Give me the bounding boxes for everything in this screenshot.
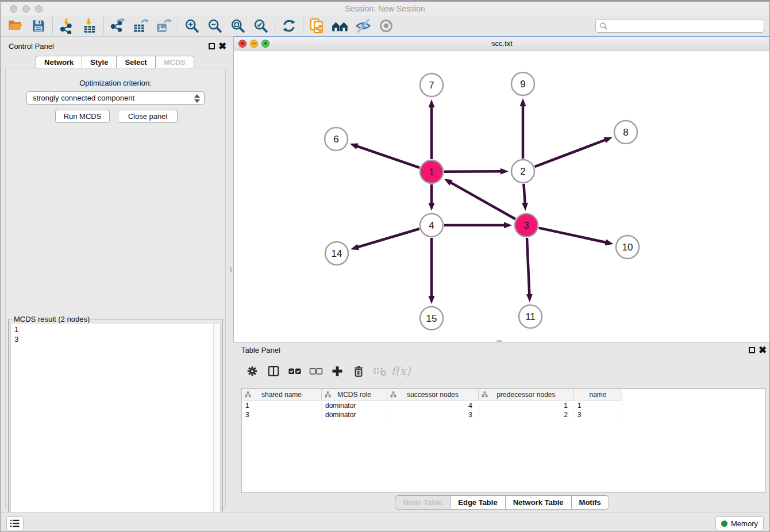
result-scrollbar[interactable]	[213, 323, 220, 532]
graph-node-label: 4	[429, 220, 434, 231]
graph-edge-1-2[interactable]	[444, 171, 501, 172]
column-edit-icon	[245, 391, 251, 398]
close-panel-button[interactable]: Close panel	[118, 110, 178, 123]
tab-mcds[interactable]: MCDS	[156, 56, 194, 69]
graph-edge-2-8[interactable]	[535, 140, 606, 167]
toolbar-separator	[275, 17, 275, 34]
edge-arrowhead-icon	[526, 294, 533, 302]
export-image-icon[interactable]	[152, 16, 175, 36]
import-network-icon[interactable]	[55, 16, 78, 36]
optimization-criterion-label: Optimization criterion:	[6, 79, 225, 87]
edge-arrowhead-icon	[604, 137, 613, 143]
memory-button[interactable]: Memory	[715, 516, 764, 530]
graph-node-label: 2	[520, 166, 525, 177]
column-header-successor-nodes[interactable]: successor nodes	[387, 389, 479, 400]
refresh-layout-icon[interactable]	[278, 16, 301, 36]
save-session-icon[interactable]	[27, 16, 50, 36]
graph-node-label: 8	[623, 127, 628, 138]
network-canvas[interactable]: 7968124314101511	[234, 51, 770, 342]
vertical-splitter-handle[interactable]	[230, 267, 232, 272]
table-row[interactable]: 1 dominator 4 1 1	[242, 401, 622, 410]
delete-table-icon[interactable]	[369, 361, 390, 381]
criterion-value: strongly connected component	[33, 94, 134, 102]
mcds-result-area[interactable]: 1 3	[10, 323, 221, 532]
export-table-icon[interactable]	[129, 16, 152, 36]
application-window: Session: New Session	[0, 0, 770, 532]
tab-select[interactable]: Select	[117, 56, 155, 69]
run-mcds-button[interactable]: Run MCDS	[55, 110, 110, 123]
edge-arrowhead-icon	[500, 168, 509, 175]
zoom-out-icon[interactable]	[203, 16, 226, 36]
edge-arrowhead-icon	[504, 222, 512, 229]
function-builder-icon[interactable]: f(x)	[390, 361, 411, 381]
graph-edge-4-14[interactable]	[357, 229, 419, 247]
graph-edge-3-1[interactable]	[451, 183, 515, 219]
tab-network-table[interactable]: Network Table	[506, 495, 572, 510]
graph-node-label: 6	[333, 134, 338, 145]
toggle-panel-icon[interactable]	[263, 361, 284, 381]
float-panel-icon[interactable]	[209, 43, 215, 49]
graph-node-label: 14	[332, 248, 342, 259]
mcds-result-text: 1 3	[14, 325, 18, 344]
graph-node-label: 15	[426, 313, 437, 324]
tab-motifs[interactable]: Motifs	[572, 495, 609, 510]
table-close-icon[interactable]: ✖	[759, 347, 767, 353]
network-frame-title: scc.txt	[234, 39, 770, 48]
add-row-icon[interactable]	[326, 361, 348, 381]
zoom-fit-icon[interactable]	[226, 16, 249, 36]
node-table[interactable]: shared name MCDS role successor nodes pr…	[241, 388, 766, 493]
clone-network-icon[interactable]	[306, 16, 329, 36]
table-row[interactable]: 3 dominator 3 2 3	[242, 410, 622, 419]
graph-node-label: 7	[429, 80, 434, 91]
tab-style[interactable]: Style	[82, 56, 117, 69]
graph-node-label: 1	[429, 167, 434, 178]
delete-row-icon[interactable]	[348, 361, 369, 381]
select-all-checks-icon[interactable]	[284, 361, 305, 381]
horizontal-splitter-handle[interactable]	[496, 340, 502, 342]
zoom-selected-icon[interactable]	[249, 16, 272, 36]
deselect-all-checks-icon[interactable]	[305, 361, 326, 381]
graph-edge-3-11[interactable]	[527, 238, 529, 295]
tab-network[interactable]: Network	[36, 56, 82, 69]
table-float-icon[interactable]	[749, 347, 755, 353]
graph-node-label: 11	[525, 311, 536, 322]
search-input[interactable]	[595, 19, 764, 33]
table-toolbar: f(x)	[241, 360, 411, 383]
settings-gear-icon[interactable]	[241, 361, 263, 381]
edge-arrowhead-icon	[350, 143, 359, 149]
mcds-result-groupbox: MCDS result (2 nodes) 1 3	[8, 319, 223, 532]
mcds-panel-body: Optimization criterion: strongly connect…	[5, 68, 226, 508]
close-panel-icon[interactable]: ✖	[218, 43, 226, 49]
column-edit-icon	[325, 391, 331, 398]
column-header-shared-name[interactable]: shared name	[242, 389, 322, 400]
table-tabs: Node Table Edge Table Network Table Moti…	[233, 495, 770, 510]
import-table-icon[interactable]	[78, 16, 101, 36]
edge-arrowhead-icon	[520, 98, 526, 106]
edge-arrowhead-icon	[429, 296, 435, 304]
main-toolbar	[1, 16, 769, 37]
zoom-in-icon[interactable]	[180, 16, 203, 36]
column-header-name[interactable]: name	[574, 389, 622, 400]
column-header-predecessor-nodes[interactable]: predecessor nodes	[479, 389, 574, 400]
column-header-mcds-role[interactable]: MCDS role	[322, 389, 387, 400]
export-network-icon[interactable]	[106, 16, 129, 36]
task-history-button[interactable]	[6, 516, 24, 530]
first-neighbors-icon[interactable]	[329, 16, 352, 36]
graph-edge-1-6[interactable]	[357, 146, 419, 168]
graph-edge-2-3[interactable]	[523, 184, 525, 203]
criterion-dropdown[interactable]: strongly connected component	[26, 91, 205, 105]
status-bar: Memory	[1, 512, 769, 532]
toolbar-separator	[52, 17, 53, 34]
open-session-icon[interactable]	[4, 16, 27, 36]
graph-edge-3-10[interactable]	[539, 228, 606, 242]
tab-node-table[interactable]: Node Table	[395, 495, 451, 510]
show-all-icon[interactable]	[375, 16, 398, 36]
tab-edge-table[interactable]: Edge Table	[451, 495, 505, 510]
network-frame-titlebar[interactable]: ✕ – + scc.txt	[234, 37, 770, 51]
control-panel-title: Control Panel	[9, 42, 54, 51]
list-icon	[10, 519, 20, 528]
table-panel: Table Panel ✖ f(x)	[233, 342, 770, 512]
hide-selected-icon[interactable]	[352, 16, 375, 36]
toolbar-separator	[303, 17, 303, 34]
graph-node-label: 3	[523, 220, 529, 231]
